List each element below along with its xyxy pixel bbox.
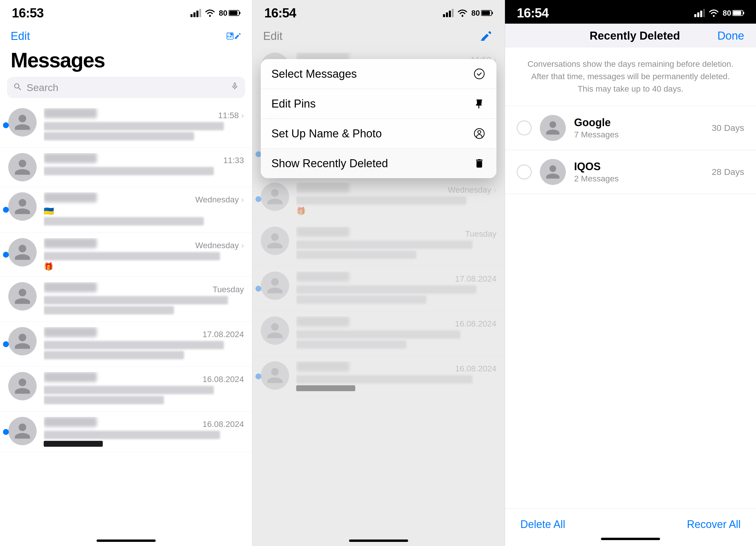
- deleted-name-iqos: IQOS: [574, 160, 703, 173]
- message-item-8[interactable]: 16.08.2024: [0, 412, 252, 452]
- message-preview-line1-2: [44, 167, 214, 175]
- dropdown-menu: Select Messages Edit Pins Set Up Name & …: [261, 59, 496, 178]
- wifi-icon-3: [708, 9, 719, 17]
- status-icons-3: 80: [694, 9, 744, 18]
- status-bar-1: 16:53 80: [0, 0, 252, 24]
- message-preview-5: [44, 296, 228, 304]
- person-svg-icon: [473, 128, 485, 139]
- message-header-8: 16.08.2024: [44, 417, 244, 429]
- message-preview-8: [44, 431, 220, 439]
- battery-icon: [229, 10, 240, 16]
- svg-rect-10: [234, 38, 237, 39]
- deleted-item-iqos[interactable]: IQOS 2 Messages 28 Days: [505, 150, 756, 194]
- search-bar-1[interactable]: Search: [7, 77, 245, 98]
- recover-all-button[interactable]: Recover All: [687, 518, 741, 531]
- dropdown-setup-name-photo[interactable]: Set Up Name & Photo: [261, 119, 496, 149]
- deleted-count-google: 7 Messages: [574, 130, 703, 139]
- done-button[interactable]: Done: [717, 30, 744, 42]
- deleted-days-google: 30 Days: [712, 123, 744, 133]
- sender-name-5: [44, 282, 97, 292]
- message-header-3: Wednesday›: [44, 192, 244, 204]
- message-redacted-8: [44, 441, 103, 447]
- sheet-container: Recently Deleted Done Conversations show…: [505, 24, 756, 546]
- recently-deleted-subtitle: Conversations show the days remaining be…: [505, 47, 756, 106]
- mic-icon-1[interactable]: [230, 82, 239, 93]
- svg-rect-2: [196, 11, 198, 17]
- message-content-4: Wednesday› 🎁: [44, 238, 244, 271]
- select-radio-google[interactable]: [517, 120, 532, 135]
- svg-rect-7: [229, 11, 237, 15]
- message-header-6: 17.08.2024: [44, 327, 244, 339]
- avatar-7: [8, 372, 37, 400]
- edit-button-1[interactable]: Edit: [11, 30, 30, 43]
- message-content-1: 11:58›: [44, 108, 244, 142]
- svg-point-22: [478, 131, 481, 133]
- panel-messages-list: 16:53 80: [0, 0, 252, 546]
- dropdown-select-messages[interactable]: Select Messages: [261, 59, 496, 89]
- sender-name-6: [44, 327, 97, 337]
- svg-point-20: [474, 69, 484, 79]
- message-preview-5b: [44, 306, 174, 315]
- checkmark-icon: [473, 68, 485, 80]
- avatar-6: [8, 327, 37, 356]
- deleted-item-google[interactable]: Google 7 Messages 30 Days: [505, 106, 756, 150]
- dropdown-deleted-label: Show Recently Deleted: [271, 157, 388, 170]
- sender-name-3: [44, 192, 97, 202]
- message-preview-3: [44, 217, 204, 225]
- flag-emoji: 🇺🇦: [44, 206, 244, 216]
- svg-rect-0: [190, 14, 193, 17]
- message-item-1[interactable]: 11:58›: [0, 103, 252, 148]
- message-item-5[interactable]: Tuesday: [0, 277, 252, 322]
- battery-container: 80: [219, 9, 240, 18]
- checkmark-circle-icon: [473, 67, 486, 80]
- select-radio-iqos[interactable]: [517, 164, 532, 179]
- empty-space: [505, 194, 756, 546]
- message-item-6[interactable]: 17.08.2024: [0, 322, 252, 367]
- trash-icon: [473, 157, 486, 170]
- message-time-2: 11:33: [223, 156, 244, 165]
- signal-icon-3: [694, 9, 705, 17]
- message-item-2[interactable]: 11:33: [0, 148, 252, 187]
- panel-messages-dropdown: 16:54 80: [252, 0, 505, 546]
- compose-button-1[interactable]: [226, 28, 242, 44]
- message-preview-6b: [44, 351, 184, 359]
- sender-name-4: [44, 238, 97, 248]
- avatar-5: [8, 282, 37, 311]
- message-preview-7: [44, 386, 214, 394]
- dropdown-edit-pins[interactable]: Edit Pins: [261, 89, 496, 119]
- message-header-2: 11:33: [44, 153, 244, 165]
- trash-svg-icon: [474, 158, 485, 169]
- sender-name-1: [44, 108, 97, 118]
- search-placeholder-1: Search: [27, 82, 226, 93]
- message-preview-line1-1: [44, 122, 224, 130]
- svg-rect-6: [239, 12, 240, 14]
- message-content-5: Tuesday: [44, 282, 244, 316]
- deleted-days-iqos: 28 Days: [712, 167, 744, 177]
- compose-pencil-icon: [234, 30, 242, 43]
- deleted-count-iqos: 2 Messages: [574, 174, 703, 183]
- deleted-avatar-iqos: [540, 159, 566, 185]
- message-header-1: 11:58›: [44, 108, 244, 120]
- message-content-8: 16.08.2024: [44, 417, 244, 447]
- message-item-4[interactable]: Wednesday› 🎁: [0, 233, 252, 277]
- message-time-8: 16.08.2024: [203, 420, 244, 429]
- dropdown-select-messages-label: Select Messages: [271, 68, 357, 80]
- message-header-5: Tuesday: [44, 282, 244, 294]
- signal-icon: [190, 9, 201, 17]
- message-list-1: 11:58› 11:33: [0, 103, 252, 546]
- sender-name-8: [44, 417, 97, 427]
- delete-all-button[interactable]: Delete All: [520, 518, 565, 531]
- compose-icon: [226, 30, 234, 43]
- message-time-7: 16.08.2024: [203, 375, 244, 384]
- footer-buttons: Delete All Recover All: [505, 509, 756, 546]
- svg-rect-30: [733, 11, 741, 15]
- dropdown-recently-deleted[interactable]: Show Recently Deleted: [261, 149, 496, 178]
- message-item-7[interactable]: 16.08.2024: [0, 367, 252, 412]
- svg-rect-26: [703, 9, 705, 17]
- message-preview-line2-1: [44, 132, 194, 140]
- deleted-info-google: Google 7 Messages: [574, 116, 703, 139]
- message-item-3[interactable]: Wednesday› 🇺🇦: [0, 187, 252, 233]
- message-time-1: 11:58›: [218, 111, 244, 120]
- battery-text-3: 80: [723, 9, 731, 18]
- microphone-icon: [230, 82, 239, 92]
